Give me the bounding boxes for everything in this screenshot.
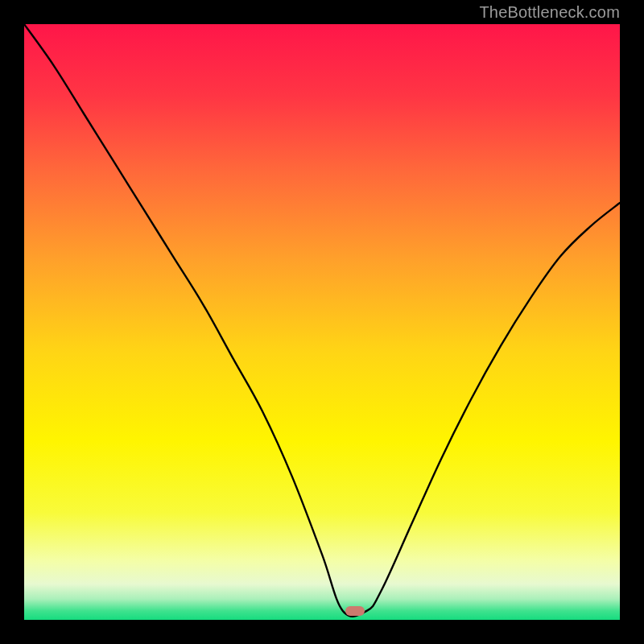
plot-area [24, 24, 620, 620]
watermark-text: TheBottleneck.com [479, 3, 620, 22]
curve-layer [24, 24, 620, 620]
optimal-marker [345, 606, 365, 616]
bottleneck-curve [24, 24, 620, 617]
chart-frame: TheBottleneck.com [0, 0, 644, 644]
